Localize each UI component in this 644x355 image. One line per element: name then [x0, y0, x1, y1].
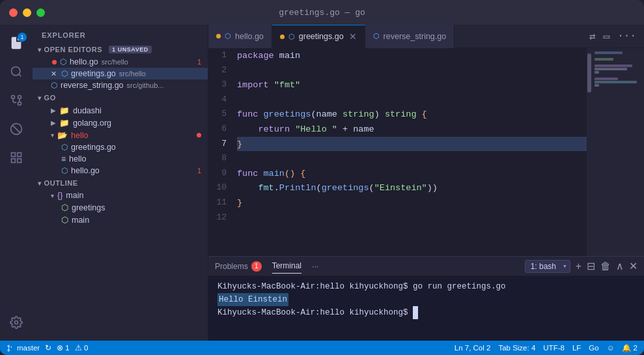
folder-hello[interactable]: ▾ 📂 hello	[33, 129, 208, 141]
file-icon: ⬡	[61, 143, 68, 152]
svg-point-2	[18, 102, 21, 106]
maximize-panel-icon[interactable]: ∧	[616, 260, 624, 272]
panel-tab-problems[interactable]: Problems 1	[215, 259, 262, 274]
problems-badge: 1	[251, 261, 262, 272]
tab-reverse-string-go[interactable]: ⬡ reverse_string.go	[365, 25, 455, 48]
outline-main[interactable]: ⬡ main	[33, 214, 208, 226]
split-editor-icon[interactable]: ⇄	[587, 29, 598, 44]
open-editor-reverse-string-go[interactable]: ⬡ reverse_string.go src/github...	[33, 79, 208, 91]
close-button[interactable]	[9, 8, 18, 17]
folder-name: hello	[71, 131, 88, 140]
tab-label: hello.go	[235, 32, 264, 41]
split-terminal-icon[interactable]: ⊟	[587, 260, 595, 272]
file-icon: ≡	[61, 154, 66, 163]
filename: reverse_string.go	[61, 81, 124, 90]
code-line-10: 10 fmt.Println(greetings("Einstein"))	[208, 180, 587, 195]
maximize-button[interactable]	[36, 8, 45, 17]
bash-select[interactable]: 1: bash	[525, 260, 570, 273]
folder-name: golang.org	[73, 119, 111, 128]
outline-icon: ⬡	[61, 215, 68, 225]
tab-file-icon: ⬡	[373, 32, 380, 40]
svg-point-12	[15, 321, 18, 324]
open-editors-label: Open Editors	[44, 46, 103, 53]
file-icon: ⬡	[61, 166, 68, 175]
panel-tabs: Problems 1 Terminal ··· 1: bash	[208, 257, 644, 276]
terminal-line-3: Kihyucks-MacBook-Air:hello kihyuckhong$	[217, 306, 635, 319]
activity-search[interactable]	[3, 59, 29, 85]
more-actions-icon[interactable]: ···	[615, 29, 639, 44]
tabs-bar: ⬡ hello.go ⬡ greetings.go ✕ ⬡ reverse_st…	[208, 25, 644, 48]
section-go[interactable]: ▾ Go	[33, 91, 208, 104]
svg-rect-10	[18, 159, 21, 163]
activity-bar: 1	[0, 25, 33, 341]
minimize-button[interactable]	[23, 8, 31, 17]
errors-status[interactable]: ⊗ 1	[57, 343, 70, 352]
bash-select-wrap[interactable]: 1: bash	[525, 260, 570, 273]
code-line-6: 6 return "Hello " + name	[208, 122, 587, 137]
warnings-label: ⚠ 0	[75, 343, 89, 352]
file-greetings-go[interactable]: ⬡ greetings.go	[33, 141, 208, 153]
file-hello-text[interactable]: ≡ hello	[33, 153, 208, 165]
code-line-3: 3 import "fmt"	[208, 78, 587, 92]
activity-explorer[interactable]: 1	[3, 30, 29, 56]
cursor-position[interactable]: Ln 7, Col 2	[455, 344, 491, 352]
close-panel-icon[interactable]: ✕	[629, 260, 637, 272]
notifications-status[interactable]: 🔔 2	[622, 343, 637, 352]
code-line-7: 7 }	[208, 137, 587, 152]
minimap-content	[592, 48, 644, 256]
activity-settings[interactable]	[3, 309, 29, 335]
outline-main-braces[interactable]: ▾ {} main	[33, 190, 208, 201]
editor-scrollbar[interactable]	[587, 48, 592, 256]
activity-source-control[interactable]	[3, 87, 29, 113]
outline-icon: {}	[57, 191, 63, 200]
scrollbar-thumb[interactable]	[587, 53, 591, 92]
section-outline[interactable]: ▾ Outline	[33, 177, 208, 190]
tab-label: reverse_string.go	[384, 32, 447, 41]
filename: hello.go	[71, 166, 100, 175]
activity-debug[interactable]	[3, 116, 29, 142]
outline-greetings[interactable]: ⬡ greetings	[33, 201, 208, 214]
close-icon[interactable]: ✕	[51, 70, 57, 78]
chevron-icon: ▾	[38, 46, 42, 53]
filename: greetings.go	[71, 143, 116, 152]
folder-icon: 📁	[59, 118, 70, 128]
section-open-editors[interactable]: ▾ Open Editors 1 Unsaved	[33, 43, 208, 56]
encoding-status[interactable]: UTF-8	[543, 344, 565, 352]
code-line-11: 11 }	[208, 195, 587, 210]
panel-more-label: ···	[312, 262, 318, 271]
svg-rect-11	[12, 159, 16, 163]
tab-close-icon[interactable]: ✕	[349, 31, 357, 42]
chevron-icon: ▾	[38, 180, 42, 187]
problems-label: Problems	[215, 262, 248, 271]
new-terminal-icon[interactable]: +	[576, 261, 581, 272]
tab-label: greetings.go	[299, 32, 344, 41]
sync-status[interactable]: ↻	[45, 343, 51, 352]
errors-label: ⊗ 1	[57, 343, 70, 352]
line-ending-status[interactable]: LF	[572, 344, 581, 352]
panel-tab-more[interactable]: ···	[312, 259, 318, 274]
folder-dudashi[interactable]: ▶ 📁 dudashi	[33, 104, 208, 117]
svg-point-0	[12, 67, 20, 76]
terminal-content[interactable]: Kihyucks-MacBook-Air:hello kihyuckhong$ …	[208, 276, 644, 341]
tab-size-status[interactable]: Tab Size: 4	[498, 344, 535, 352]
code-line-12: 12	[208, 210, 587, 225]
branch-status[interactable]: master	[7, 344, 40, 352]
delete-terminal-icon[interactable]: 🗑	[600, 261, 611, 272]
file-hello-go[interactable]: ⬡ hello.go 1	[33, 165, 208, 177]
folder-golang-org[interactable]: ▶ 📁 golang.org	[33, 117, 208, 129]
activity-extensions[interactable]	[3, 145, 29, 171]
minimap	[592, 48, 644, 256]
tab-greetings-go[interactable]: ⬡ greetings.go ✕	[272, 25, 365, 48]
smiley-status[interactable]: ☺	[607, 344, 615, 352]
code-line-2: 2	[208, 63, 587, 78]
sidebar: Explorer ▾ Open Editors 1 Unsaved ⬡ hell…	[33, 25, 208, 341]
language-status[interactable]: Go	[589, 344, 598, 352]
panel-tab-terminal[interactable]: Terminal	[272, 259, 301, 274]
tab-hello-go[interactable]: ⬡ hello.go	[208, 25, 272, 48]
code-editor[interactable]: 1 package main 2 3 import "fmt" 4	[208, 48, 587, 256]
warnings-status[interactable]: ⚠ 0	[75, 343, 89, 352]
toggle-panel-icon[interactable]: ▭	[601, 29, 613, 44]
error-dot	[197, 133, 201, 137]
open-editor-greetings-go[interactable]: ✕ ⬡ greetings.go src/hello	[33, 68, 208, 79]
open-editor-hello-go[interactable]: ⬡ hello.go src/hello 1	[33, 56, 208, 68]
